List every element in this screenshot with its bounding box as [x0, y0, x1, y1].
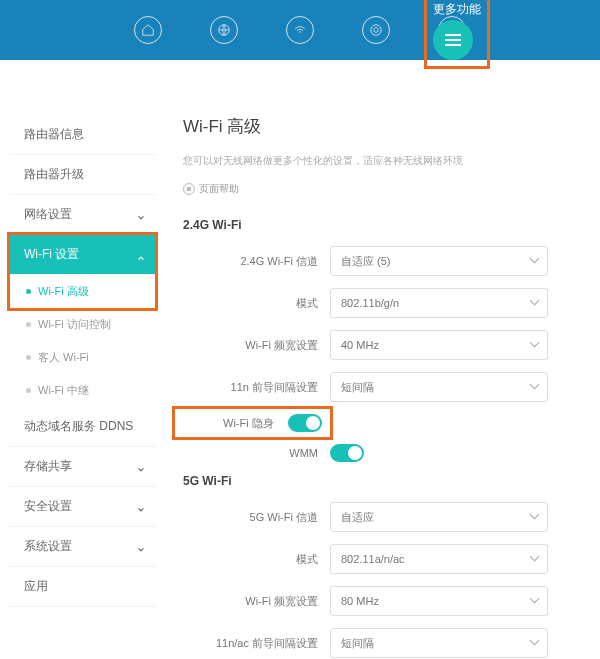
- hide-24g-highlight: Wi-Fi 隐身: [172, 406, 333, 440]
- sidebar-sub-guest-wifi[interactable]: 客人 Wi-Fi: [10, 341, 155, 374]
- svg-point-2: [374, 28, 379, 33]
- more-menu-button[interactable]: [433, 20, 473, 60]
- chevron-down-icon: [137, 463, 145, 471]
- top-nav: 更多功能: [0, 0, 600, 60]
- home-icon[interactable]: [134, 16, 162, 44]
- label-5g-mode: 模式: [183, 552, 330, 567]
- main-content: Wi-Fi 高级 您可以对无线网络做更多个性化的设置，适应各种无线网络环境 页面…: [155, 115, 590, 659]
- sidebar-item-router-info[interactable]: 路由器信息: [10, 115, 155, 155]
- select-5g-bandwidth[interactable]: 80 MHz: [330, 586, 548, 616]
- page-description: 您可以对无线网络做更多个性化的设置，适应各种无线网络环境: [183, 154, 590, 168]
- more-highlight: 更多功能: [424, 0, 490, 69]
- more-label: 更多功能: [433, 1, 481, 18]
- sidebar-item-router-upgrade[interactable]: 路由器升级: [10, 155, 155, 195]
- page-title: Wi-Fi 高级: [183, 115, 590, 138]
- sidebar: 路由器信息 路由器升级 网络设置 Wi-Fi 设置 Wi-Fi 高级 Wi-Fi…: [10, 115, 155, 659]
- globe-icon[interactable]: [210, 16, 238, 44]
- label-24g-channel: 2.4G Wi-Fi 信道: [183, 254, 330, 269]
- label-24g-bw: Wi-Fi 频宽设置: [183, 338, 330, 353]
- toggle-24g-wmm[interactable]: [330, 444, 364, 462]
- section-24g-title: 2.4G Wi-Fi: [183, 218, 590, 232]
- toggle-24g-hide[interactable]: [288, 414, 322, 432]
- label-5g-channel: 5G Wi-Fi 信道: [183, 510, 330, 525]
- label-24g-mode: 模式: [183, 296, 330, 311]
- select-5g-guard[interactable]: 短间隔: [330, 628, 548, 658]
- select-24g-guard[interactable]: 短间隔: [330, 372, 548, 402]
- section-5g-title: 5G Wi-Fi: [183, 474, 590, 488]
- select-5g-channel[interactable]: 自适应: [330, 502, 548, 532]
- wifi-icon[interactable]: [286, 16, 314, 44]
- sidebar-sub-wifi-access[interactable]: Wi-Fi 访问控制: [10, 308, 155, 341]
- sidebar-item-security[interactable]: 安全设置: [10, 487, 155, 527]
- select-24g-channel[interactable]: 自适应 (5): [330, 246, 548, 276]
- select-5g-mode[interactable]: 802.11a/n/ac: [330, 544, 548, 574]
- sidebar-item-storage[interactable]: 存储共享: [10, 447, 155, 487]
- chevron-down-icon: [137, 211, 145, 219]
- svg-point-1: [371, 25, 382, 36]
- label-24g-wmm: WMM: [183, 447, 330, 459]
- wifi-settings-highlight: Wi-Fi 设置 Wi-Fi 高级: [7, 232, 158, 311]
- select-24g-bandwidth[interactable]: 40 MHz: [330, 330, 548, 360]
- chevron-up-icon: [137, 251, 145, 259]
- sidebar-item-wifi[interactable]: Wi-Fi 设置: [10, 235, 155, 275]
- sidebar-item-ddns[interactable]: 动态域名服务 DDNS: [10, 407, 155, 447]
- sidebar-item-apps[interactable]: 应用: [10, 567, 155, 607]
- chevron-down-icon: [137, 503, 145, 511]
- sidebar-sub-wifi-advanced[interactable]: Wi-Fi 高级: [10, 275, 155, 308]
- chevron-down-icon: [137, 543, 145, 551]
- label-24g-hide: Wi-Fi 隐身: [183, 416, 288, 431]
- label-5g-bw: Wi-Fi 频宽设置: [183, 594, 330, 609]
- network-icon[interactable]: [362, 16, 390, 44]
- page-help-link[interactable]: 页面帮助: [183, 182, 590, 196]
- sidebar-item-system[interactable]: 系统设置: [10, 527, 155, 567]
- sidebar-item-network[interactable]: 网络设置: [10, 195, 155, 235]
- label-5g-guard: 11n/ac 前导间隔设置: [183, 636, 330, 651]
- label-24g-guard: 11n 前导间隔设置: [183, 380, 330, 395]
- select-24g-mode[interactable]: 802.11b/g/n: [330, 288, 548, 318]
- sidebar-sub-wifi-repeater[interactable]: Wi-Fi 中继: [10, 374, 155, 407]
